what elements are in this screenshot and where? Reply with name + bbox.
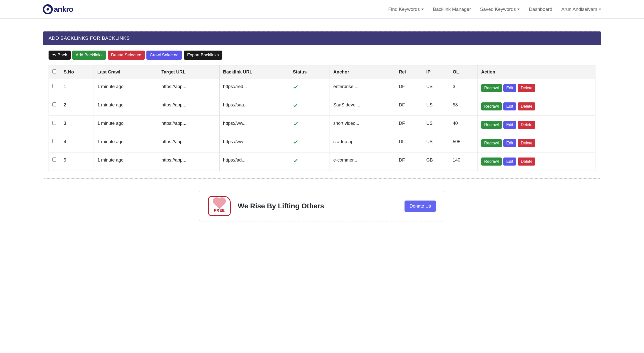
toolbar: Back Add Backlinks Delete Selected Crawl…	[49, 51, 595, 60]
anchor-cell: SaaS devel...	[330, 97, 395, 116]
chevron-down-icon	[421, 9, 424, 10]
backlink-url-cell: https://ww...	[219, 116, 289, 134]
recrawl-button[interactable]: Recrawl	[481, 102, 502, 110]
delete-button[interactable]: Delete	[518, 102, 535, 110]
anchor-cell: e-commer...	[330, 152, 395, 171]
nav-item-find-keywords[interactable]: Find Keywords	[388, 7, 424, 12]
last-crawl-cell: 1 minute ago	[94, 79, 158, 97]
edit-button[interactable]: Edit	[503, 84, 516, 92]
edit-button[interactable]: Edit	[503, 121, 516, 129]
status-cell	[289, 134, 330, 152]
reply-icon	[52, 53, 56, 58]
recrawl-button[interactable]: Recrawl	[481, 158, 502, 166]
rel-cell: DF	[395, 134, 423, 152]
action-cell: RecrawlEditDelete	[477, 97, 595, 116]
ip-cell: US	[423, 116, 449, 134]
nav-item-backlink-manager[interactable]: Backlink Manager	[433, 7, 471, 12]
rel-cell: DF	[395, 97, 423, 116]
ol-cell: 40	[449, 116, 477, 134]
table-row: 31 minute agohttps://app...https://ww...…	[49, 116, 595, 134]
rel-cell: DF	[395, 152, 423, 171]
column-header: IP	[423, 65, 449, 79]
last-crawl-cell: 1 minute ago	[94, 134, 158, 152]
nav-item-dashboard[interactable]: Dashboard	[529, 7, 552, 12]
row-checkbox[interactable]	[52, 121, 56, 125]
backlinks-card: ADD BACKLINKS FOR BACKLINKS Back Add Bac…	[43, 31, 601, 179]
free-badge: FREE	[208, 196, 231, 216]
nav-item-arun-andiselvam[interactable]: Arun Andiselvam	[561, 7, 601, 12]
anchor-cell: short video...	[330, 116, 395, 134]
brand-text: ankro	[54, 5, 73, 14]
add-backlinks-button[interactable]: Add Backlinks	[72, 51, 106, 60]
last-crawl-cell: 1 minute ago	[94, 152, 158, 171]
table-row: 41 minute agohttps://app...https://ww...…	[49, 134, 595, 152]
target-url-cell: https://app...	[158, 97, 219, 116]
status-cell	[289, 152, 330, 171]
rel-cell: DF	[395, 116, 423, 134]
backlink-url-cell: https://ww...	[219, 134, 289, 152]
edit-button[interactable]: Edit	[503, 102, 516, 110]
back-button[interactable]: Back	[49, 51, 71, 60]
delete-button[interactable]: Delete	[518, 84, 535, 92]
sno-cell: 3	[60, 116, 94, 134]
check-icon	[293, 122, 298, 127]
export-backlinks-button[interactable]: Export Backlinks	[184, 51, 222, 60]
ol-cell: 140	[449, 152, 477, 171]
ol-cell: 58	[449, 97, 477, 116]
column-header: Target URL	[158, 65, 219, 79]
row-checkbox[interactable]	[52, 139, 56, 143]
nav-item-label: Backlink Manager	[433, 7, 471, 12]
ip-cell: US	[423, 79, 449, 97]
column-header: Rel	[395, 65, 423, 79]
column-header: S.No	[60, 65, 94, 79]
brand-logo[interactable]: ankro	[43, 4, 73, 14]
column-header: Backlink URL	[219, 65, 289, 79]
table-row: 51 minute agohttps://app...https://ad...…	[49, 152, 595, 171]
delete-button[interactable]: Delete	[518, 158, 535, 166]
chevron-down-icon	[517, 9, 520, 10]
ip-cell: US	[423, 134, 449, 152]
row-checkbox[interactable]	[52, 102, 56, 106]
action-cell: RecrawlEditDelete	[477, 152, 595, 171]
rel-cell: DF	[395, 79, 423, 97]
nav-links: Find KeywordsBacklink ManagerSaved Keywo…	[388, 7, 601, 12]
recrawl-button[interactable]: Recrawl	[481, 139, 502, 147]
column-header: Anchor	[330, 65, 395, 79]
nav-item-saved-keywords[interactable]: Saved Keywords	[480, 7, 520, 12]
delete-selected-button[interactable]: Delete Selected	[108, 51, 145, 60]
sno-cell: 2	[60, 97, 94, 116]
select-all-checkbox[interactable]	[52, 69, 56, 73]
crawl-selected-button[interactable]: Crawl Selected	[146, 51, 182, 60]
target-url-cell: https://app...	[158, 134, 219, 152]
nav-item-label: Arun Andiselvam	[561, 7, 597, 12]
recrawl-button[interactable]: Recrawl	[481, 121, 502, 129]
edit-button[interactable]: Edit	[503, 158, 516, 166]
donate-card: FREE We Rise By Lifting Others Donate Us	[199, 191, 445, 221]
status-cell	[289, 116, 330, 134]
delete-button[interactable]: Delete	[518, 139, 535, 147]
edit-button[interactable]: Edit	[503, 139, 516, 147]
column-header: Last Crawl	[94, 65, 158, 79]
sno-cell: 4	[60, 134, 94, 152]
row-checkbox[interactable]	[52, 158, 56, 162]
donate-button[interactable]: Donate Us	[405, 201, 436, 212]
target-url-cell: https://app...	[158, 79, 219, 97]
heart-icon	[214, 198, 225, 209]
anchor-cell: startup ap...	[330, 134, 395, 152]
recrawl-button[interactable]: Recrawl	[481, 84, 502, 92]
column-header: Action	[477, 65, 595, 79]
row-checkbox[interactable]	[52, 84, 56, 88]
ip-cell: US	[423, 97, 449, 116]
check-icon	[293, 159, 298, 164]
ol-cell: 508	[449, 134, 477, 152]
sno-cell: 5	[60, 152, 94, 171]
anchor-cell: enterprise ...	[330, 79, 395, 97]
navbar: ankro Find KeywordsBacklink ManagerSaved…	[0, 0, 644, 19]
target-url-cell: https://app...	[158, 152, 219, 171]
nav-item-label: Find Keywords	[388, 7, 420, 12]
table-row: 11 minute agohttps://app...https://red..…	[49, 79, 595, 97]
status-cell	[289, 79, 330, 97]
delete-button[interactable]: Delete	[518, 121, 535, 129]
target-url-cell: https://app...	[158, 116, 219, 134]
last-crawl-cell: 1 minute ago	[94, 116, 158, 134]
